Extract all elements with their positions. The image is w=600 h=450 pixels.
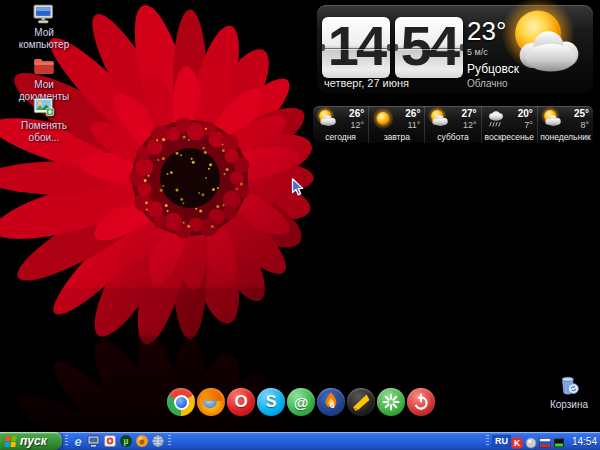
quick-launch-show-desktop[interactable] <box>87 434 101 448</box>
desktop[interactable]: Мой компьютер Мои документы Поменять обо… <box>0 0 600 432</box>
quick-launch-internet-explorer[interactable]: e <box>71 434 85 448</box>
recycle-bin-icon <box>556 372 582 398</box>
sun-cloud-icon <box>499 0 591 91</box>
forecast-day-воскресенье[interactable]: 20° 7° воскресенье <box>481 106 537 143</box>
desktop-icon-recycle-bin[interactable]: Корзина <box>531 372 600 411</box>
forecast-temps: 27° 12° <box>461 108 476 131</box>
svg-text:K: K <box>514 438 521 448</box>
forecast-low: 11° <box>405 120 420 131</box>
forecast-temps: 26° 11° <box>405 108 420 131</box>
dock-item-flame-app[interactable]: 6 <box>316 387 346 417</box>
forecast-temps: 26° 12° <box>349 108 364 131</box>
sun-icon <box>371 107 395 131</box>
forecast-day-суббота[interactable]: 27° 12° суббота <box>424 106 480 143</box>
forecast-day-label: суббота <box>425 132 480 142</box>
tray-icon-network-monitor[interactable] <box>553 435 565 447</box>
forecast-day-понедельник[interactable]: 25° 8° понедельник <box>537 106 593 143</box>
dock-item-mailru-agent[interactable]: @ <box>286 387 316 417</box>
quick-launch-browser-globe[interactable] <box>151 434 165 448</box>
desktop-icon-change-wallpaper[interactable]: Поменять обои... <box>6 95 82 143</box>
forecast-high: 26° <box>405 108 420 120</box>
dock: OS@ 6 <box>166 387 436 417</box>
rain-icon <box>484 107 508 131</box>
svg-text:µ: µ <box>124 436 129 446</box>
dock-item-starburst-app[interactable] <box>376 387 406 417</box>
desktop-icon-label: Мой компьютер <box>12 27 76 50</box>
forecast-low: 12° <box>349 120 364 131</box>
forecast-day-label: понедельник <box>538 132 593 142</box>
dock-item-firefox[interactable] <box>196 387 226 417</box>
forecast-high: 25° <box>574 108 589 120</box>
tray-icon-volume[interactable] <box>525 435 537 447</box>
sun-cloud-icon <box>315 107 339 131</box>
date-label: четверг, 27 июня <box>324 77 409 89</box>
desktop-icon-my-computer[interactable]: Мой компьютер <box>6 2 82 50</box>
my-documents-icon <box>32 54 56 78</box>
screen: Мой компьютер Мои документы Поменять обо… <box>0 0 600 450</box>
svg-text:6: 6 <box>330 400 335 410</box>
forecast-day-сегодня[interactable]: 26° 12° сегодня <box>313 106 368 143</box>
forecast-day-label: сегодня <box>313 132 368 142</box>
forecast-low: 8° <box>574 120 589 131</box>
forecast-high: 20° <box>518 108 533 120</box>
forecast-widget[interactable]: 26° 12° сегодня 26° 11° завтра 27° 12° с… <box>313 106 593 143</box>
quick-launch-bar: eµ <box>71 434 165 448</box>
forecast-low: 7° <box>518 120 533 131</box>
my-computer-icon <box>32 2 56 26</box>
start-button-label: пуск <box>20 434 47 448</box>
quick-launch-agent-quick[interactable] <box>135 434 149 448</box>
tray-handle[interactable] <box>486 435 489 447</box>
forecast-high: 26° <box>349 108 364 120</box>
forecast-day-label: завтра <box>369 132 424 142</box>
quick-launch-handle[interactable] <box>65 435 68 447</box>
wallpaper-fade <box>0 336 600 432</box>
minutes-digits: 54 <box>395 17 463 75</box>
recycle-bin-label: Корзина <box>537 399 600 411</box>
forecast-day-label: воскресенье <box>482 132 537 142</box>
dock-item-opera[interactable]: O <box>226 387 256 417</box>
tray-icon-punto-switcher[interactable] <box>539 435 551 447</box>
quick-launch-utorrent[interactable]: µ <box>119 434 133 448</box>
sun-cloud-icon <box>427 107 451 131</box>
windows-logo-icon <box>4 436 16 447</box>
forecast-temps: 20° 7° <box>518 108 533 131</box>
forecast-day-завтра[interactable]: 26° 11° завтра <box>368 106 424 143</box>
clock-weather-widget[interactable]: 14 54 23° 5 м/с Рубцовск Облачно четверг… <box>317 5 593 93</box>
quick-launch-media-player[interactable] <box>103 434 117 448</box>
forecast-low: 12° <box>461 120 476 131</box>
dock-item-shutdown[interactable] <box>406 387 436 417</box>
tray-icon-kaspersky[interactable]: K <box>511 435 523 447</box>
forecast-temps: 25° 8° <box>574 108 589 131</box>
dock-item-aimp[interactable] <box>346 387 376 417</box>
language-indicator[interactable]: RU <box>492 435 511 447</box>
change-wallpaper-icon <box>32 95 56 119</box>
taskbar-handle[interactable] <box>168 435 171 447</box>
start-button[interactable]: пуск <box>0 432 62 450</box>
dock-item-chrome[interactable] <box>166 387 196 417</box>
taskbar: пуск eµ RU K 14:54 <box>0 432 600 450</box>
forecast-high: 27° <box>461 108 476 120</box>
dock-item-skype[interactable]: S <box>256 387 286 417</box>
flip-card-hours: 14 <box>322 17 390 78</box>
taskbar-clock: 14:54 <box>572 436 597 447</box>
flip-card-minutes: 54 <box>395 17 463 78</box>
hours-digits: 14 <box>322 17 390 75</box>
sun-cloud-icon <box>540 107 564 131</box>
system-tray: K <box>511 435 568 447</box>
desktop-icon-label: Поменять обои... <box>12 120 76 143</box>
mouse-cursor <box>291 178 306 197</box>
